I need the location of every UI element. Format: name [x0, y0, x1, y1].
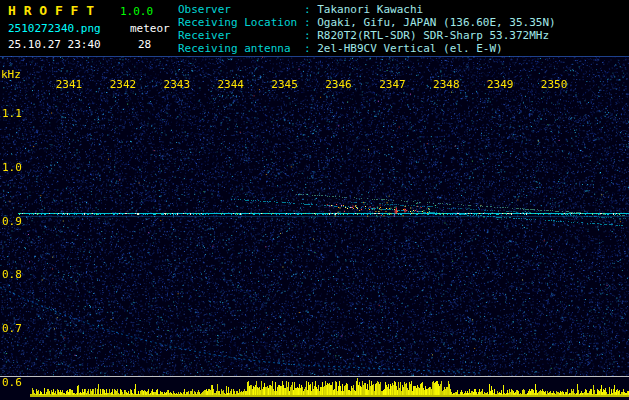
- info-row: Receiver: R820T2(RTL-SDR) SDR-Sharp 53.3…: [178, 29, 556, 42]
- info-colon: :: [304, 42, 317, 55]
- spectrogram-canvas: [0, 56, 629, 400]
- output-filename: 2510272340.png: [8, 22, 101, 35]
- hrofft-window: H R O F F T 1.0.0 2510272340.png meteor …: [0, 0, 629, 400]
- time-label: 2345: [270, 78, 300, 91]
- echo-count: 28: [138, 38, 151, 51]
- freq-label: 0.6: [2, 376, 22, 389]
- info-value: Takanori Kawachi: [317, 3, 423, 16]
- info-value: R820T2(RTL-SDR) SDR-Sharp 53.372MHz: [317, 29, 549, 42]
- info-row: Receiving antenna: 2el-HB9CV Vertical (e…: [178, 42, 556, 55]
- info-label: Observer: [178, 3, 304, 16]
- station-info: Observer: Takanori KawachiReceiving Loca…: [178, 3, 556, 55]
- time-label: 2344: [216, 78, 246, 91]
- time-label: 2350: [539, 78, 569, 91]
- info-colon: :: [304, 29, 317, 42]
- info-colon: :: [304, 3, 317, 16]
- info-row: Observer: Takanori Kawachi: [178, 3, 556, 16]
- datetime-label: 25.10.27 23:40: [8, 38, 101, 51]
- freq-unit-label: kHz: [1, 68, 21, 81]
- time-label: 2349: [485, 78, 515, 91]
- time-label: 2342: [108, 78, 138, 91]
- info-row: Receiving Location: Ogaki, Gifu, JAPAN (…: [178, 16, 556, 29]
- spectrogram: kHz 234123422343234423452346234723482349…: [0, 56, 629, 400]
- info-value: 2el-HB9CV Vertical (el. E-W): [317, 42, 502, 55]
- mode-label: meteor: [130, 22, 170, 35]
- time-label: 2341: [54, 78, 84, 91]
- freq-label: 1.1: [2, 107, 22, 120]
- info-label: Receiving Location: [178, 16, 304, 29]
- info-label: Receiving antenna: [178, 42, 304, 55]
- info-value: Ogaki, Gifu, JAPAN (136.60E, 35.35N): [317, 16, 555, 29]
- freq-label: 0.8: [2, 268, 22, 281]
- app-version: 1.0.0: [120, 5, 153, 18]
- freq-label: 1.0: [2, 161, 22, 174]
- info-label: Receiver: [178, 29, 304, 42]
- app-title: H R O F F T: [8, 3, 94, 18]
- freq-label: 0.7: [2, 322, 22, 335]
- header: H R O F F T 1.0.0 2510272340.png meteor …: [0, 0, 629, 56]
- time-label: 2347: [377, 78, 407, 91]
- time-label: 2343: [162, 78, 192, 91]
- time-label: 2348: [431, 78, 461, 91]
- time-label: 2346: [324, 78, 354, 91]
- freq-label: 0.9: [2, 215, 22, 228]
- info-colon: :: [304, 16, 317, 29]
